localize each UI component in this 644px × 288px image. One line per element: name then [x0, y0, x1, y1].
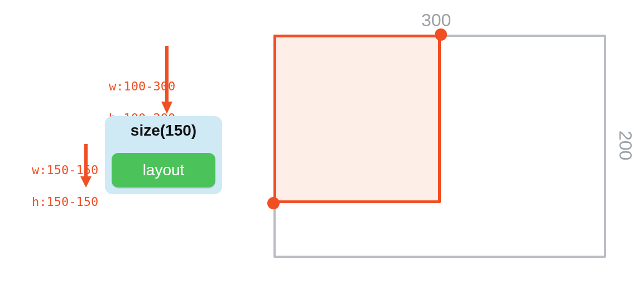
size-widget-title: size(150) — [131, 122, 196, 140]
incoming-w: w:100-300 — [109, 79, 175, 93]
outgoing-w: w:150-150 — [32, 163, 98, 177]
max-width-label: 300 — [421, 10, 451, 31]
outgoing-constraint-text: w:150-150 h:150-150 — [2, 146, 98, 226]
corner-dot-icon — [435, 28, 447, 41]
outgoing-h: h:150-150 — [32, 195, 98, 209]
layout-child-label: layout — [143, 161, 185, 179]
diagram-stage: w:100-300 h:100-200 w:150-150 h:150-150 … — [0, 0, 644, 288]
sized-box — [273, 35, 441, 203]
layout-child: layout — [112, 153, 215, 188]
corner-dot-icon — [267, 197, 280, 209]
max-height-label: 200 — [615, 131, 636, 160]
size-widget-card: size(150) layout — [105, 116, 222, 194]
